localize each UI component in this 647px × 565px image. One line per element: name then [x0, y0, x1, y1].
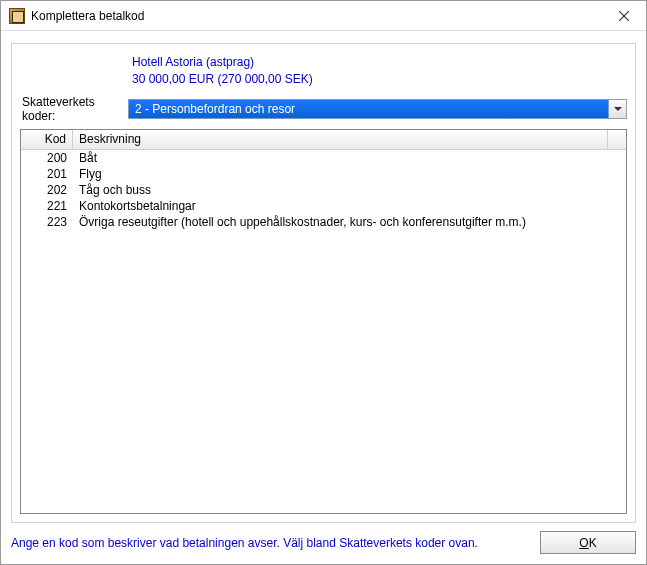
hint-text: Ange en kod som beskriver vad betalninge… [11, 536, 530, 550]
cell-beskrivning: Tåg och buss [73, 183, 626, 197]
combo-label: Skatteverkets koder: [20, 95, 128, 123]
combo-row: Skatteverkets koder: 2 - Personbefordran… [20, 95, 627, 123]
col-header-beskrivning[interactable]: Beskrivning [73, 130, 608, 149]
svg-marker-2 [614, 107, 622, 111]
window-title: Komplettera betalkod [31, 9, 601, 23]
table-header: Kod Beskrivning [21, 130, 626, 150]
footer: Ange en kod som beskriver vad betalninge… [11, 531, 636, 554]
ok-rest: K [589, 536, 597, 550]
col-header-kod[interactable]: Kod [21, 130, 73, 149]
cell-kod: 223 [21, 215, 73, 229]
client-area: Hotell Astoria (astprag) 30 000,00 EUR (… [1, 31, 646, 564]
chevron-down-icon [614, 105, 622, 113]
table-row[interactable]: 221Kontokortsbetalningar [21, 198, 626, 214]
main-groupbox: Hotell Astoria (astprag) 30 000,00 EUR (… [11, 43, 636, 523]
cell-beskrivning: Övriga reseutgifter (hotell och uppehåll… [73, 215, 626, 229]
table-row[interactable]: 201Flyg [21, 166, 626, 182]
cell-kod: 221 [21, 199, 73, 213]
cell-kod: 202 [21, 183, 73, 197]
cell-beskrivning: Kontokortsbetalningar [73, 199, 626, 213]
ok-underline: O [579, 536, 588, 550]
hotel-line: Hotell Astoria (astprag) [132, 54, 627, 71]
amount-line: 30 000,00 EUR (270 000,00 SEK) [132, 71, 627, 88]
info-block: Hotell Astoria (astprag) 30 000,00 EUR (… [132, 54, 627, 89]
col-header-spacer [608, 130, 626, 149]
combo-dropdown-button[interactable] [609, 99, 627, 119]
close-button[interactable] [601, 1, 646, 30]
cell-kod: 200 [21, 151, 73, 165]
app-icon [9, 8, 25, 24]
tax-code-combo[interactable]: 2 - Personbefordran och resor [128, 99, 627, 119]
combo-selected-value: 2 - Personbefordran och resor [128, 99, 609, 119]
table-row[interactable]: 200Båt [21, 150, 626, 166]
ok-button[interactable]: OK [540, 531, 636, 554]
table-row[interactable]: 202Tåg och buss [21, 182, 626, 198]
titlebar: Komplettera betalkod [1, 1, 646, 31]
cell-kod: 201 [21, 167, 73, 181]
table-row[interactable]: 223Övriga reseutgifter (hotell och uppeh… [21, 214, 626, 230]
cell-beskrivning: Båt [73, 151, 626, 165]
table-body[interactable]: 200Båt201Flyg202Tåg och buss221Kontokort… [21, 150, 626, 513]
codes-table[interactable]: Kod Beskrivning 200Båt201Flyg202Tåg och … [20, 129, 627, 514]
close-icon [619, 11, 629, 21]
cell-beskrivning: Flyg [73, 167, 626, 181]
